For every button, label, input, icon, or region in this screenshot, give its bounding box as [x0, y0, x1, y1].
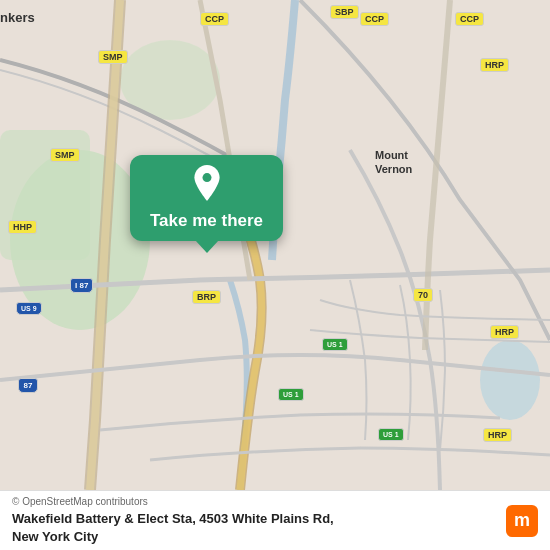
badge-87: 87 — [18, 378, 38, 393]
badge-i87: I 87 — [70, 278, 93, 293]
callout[interactable]: Take me there — [130, 155, 283, 241]
address-line1: Wakefield Battery & Elect Sta, 4503 Whit… — [12, 511, 334, 526]
attribution-text: © OpenStreetMap contributors — [12, 496, 506, 507]
bottom-bar: © OpenStreetMap contributors Wakefield B… — [0, 490, 550, 550]
badge-hrp3: HRP — [483, 428, 512, 442]
address-line2: New York City — [12, 529, 98, 544]
badge-ccp1: CCP — [200, 12, 229, 26]
map-container: nkers MountVernon SMP SMP CCP CCP CCP SB… — [0, 0, 550, 490]
svg-point-4 — [480, 340, 540, 420]
location-pin — [189, 165, 225, 205]
badge-hhp: HHP — [8, 220, 37, 234]
moovit-icon: m — [506, 505, 538, 537]
badge-us1c: US 1 — [378, 428, 404, 441]
badge-ccp3: CCP — [455, 12, 484, 26]
badge-sbp: SBP — [330, 5, 359, 19]
badge-brp: BRP — [192, 290, 221, 304]
badge-us1a: US 1 — [322, 338, 348, 351]
badge-us1b: US 1 — [278, 388, 304, 401]
moovit-logo: m — [506, 505, 538, 537]
callout-label: Take me there — [150, 211, 263, 231]
badge-ccp2: CCP — [360, 12, 389, 26]
badge-hrp1: HRP — [480, 58, 509, 72]
badge-us9: US 9 — [16, 302, 42, 315]
badge-smp1: SMP — [98, 50, 128, 64]
badge-smp2: SMP — [50, 148, 80, 162]
svg-point-5 — [202, 173, 211, 182]
badge-hrp2: HRP — [490, 325, 519, 339]
place-label-mount-vernon: MountVernon — [375, 148, 412, 177]
badge-70: 70 — [413, 288, 433, 302]
place-label-yonkers: nkers — [0, 10, 35, 25]
